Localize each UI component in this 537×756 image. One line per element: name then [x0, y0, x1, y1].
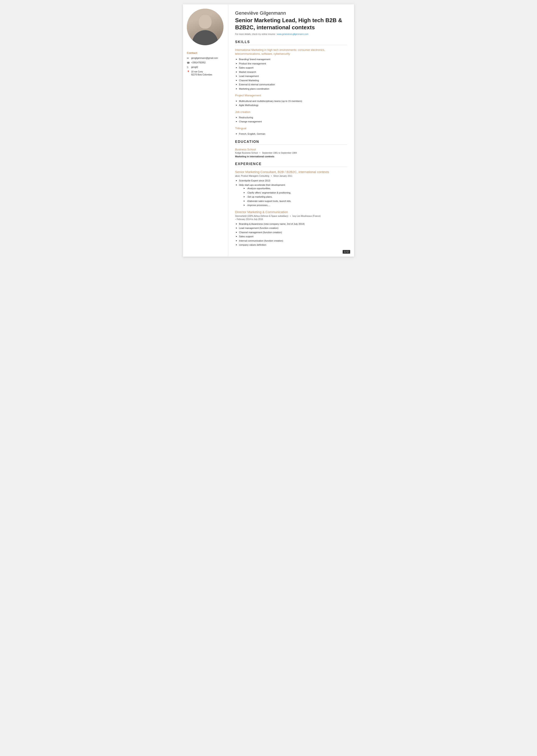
experience-section: EXPERIENCE Senior Marketing Consultant, … — [235, 162, 347, 247]
contact-address: 10 rue Cuny 92270 Bois Colombes — [191, 70, 212, 76]
skills-project-mgmt-list: Multicultural and multidisciplinary team… — [236, 99, 347, 107]
list-item: Multicultural and multidisciplinary team… — [236, 99, 347, 103]
list-item: Branding & Awareness (new company name, … — [236, 222, 347, 226]
list-item: Help start-ups accelerate their developm… — [236, 183, 347, 207]
skills-section: SKILLS International Marketing in high t… — [235, 40, 347, 136]
list-item: Channel management (function creation) — [236, 231, 347, 234]
list-item: French, English, German — [236, 132, 347, 136]
list-item: -Clarify offers' segmentation & position… — [244, 191, 347, 194]
contact-section: Contact ✉ gengilgenmann@gmail.com ☎ +336… — [187, 51, 218, 78]
skills-project-mgmt-heading: Project Management — [235, 94, 347, 98]
list-item: Marketing plans coordination — [236, 87, 347, 91]
skills-trilingual-list: French, English, German — [236, 132, 347, 136]
skype-icon: S — [187, 66, 190, 68]
education-period: September 1981 to September 1984 — [262, 152, 297, 154]
exp-title-1: Senior Marketing Consultant, B2B / B2B2C… — [235, 170, 347, 174]
skills-intl-marketing-list: Branding/ brand management Product line … — [236, 58, 347, 91]
exp-period-2: •February 2014 to July 2016 — [235, 218, 263, 221]
list-item: External & internal communication — [236, 83, 347, 86]
email-icon: ✉ — [187, 57, 190, 60]
exp-title-2: Director Marketing & Communication — [235, 210, 347, 214]
education-section: EDUCATION Business School Kedge Business… — [235, 140, 347, 158]
exp-sub-bullets-1: -Analyze opportunities, -Clarify offers'… — [244, 187, 347, 207]
list-item: Internal communication (function creatio… — [236, 239, 347, 243]
education-meta: Kedge Business School • September 1981 t… — [235, 152, 347, 154]
list-item: -Analyze opportunities, — [244, 187, 347, 190]
skills-intl-marketing-heading: International Marketing in high tech env… — [235, 48, 347, 56]
education-institution: Kedge Business School — [235, 152, 258, 154]
online-resume-text: For more details, check my online resume… — [235, 33, 347, 35]
main-content: Geneviève Gilgenmann Senior Marketing Le… — [228, 4, 354, 257]
list-item: company values definition — [236, 243, 347, 247]
list-item: Product line management — [236, 62, 347, 65]
list-item: -Elaborate sales support tools, launch k… — [244, 199, 347, 203]
contact-email: gengilgenmann@gmail.com — [191, 57, 218, 60]
list-item: -Set up marketing plans, — [244, 195, 347, 199]
education-school: Business School — [235, 148, 347, 151]
list-item: Change management — [236, 120, 347, 123]
contact-email-item: ✉ gengilgenmann@gmail.com — [187, 57, 218, 60]
person-title: Senior Marketing Lead, High tech B2B & B… — [235, 17, 347, 31]
experience-heading: EXPERIENCE — [235, 162, 347, 167]
location-icon: 📍 — [187, 70, 190, 73]
exp-location-2: Issy Les Moulineaux (France) — [292, 215, 321, 217]
list-item: Scientipôle Expert since 2013 — [236, 179, 347, 183]
exp-company-2: Stormshield (100% Airbus Defence & Space… — [235, 215, 288, 217]
skills-trilingual-heading: Trilingual — [235, 127, 347, 130]
avatar — [187, 9, 224, 45]
exp-bullets-1: Scientipôle Expert since 2013 Help start… — [236, 179, 347, 207]
contact-phone-item: ☎ +33614782952 — [187, 61, 218, 64]
list-item: -Improve processes,... — [244, 203, 347, 207]
exp-period-1: Since January 2011 — [273, 175, 292, 177]
resume-page: Contact ✉ gengilgenmann@gmail.com ☎ +336… — [183, 4, 354, 257]
sidebar: Contact ✉ gengilgenmann@gmail.com ☎ +336… — [183, 4, 228, 257]
person-name: Geneviève Gilgenmann — [235, 10, 347, 16]
contact-heading: Contact — [187, 51, 218, 55]
page-number: 1 / 2 — [343, 250, 350, 254]
list-item: Branding/ brand management — [236, 58, 347, 61]
exp-bullets-2: Branding & Awareness (new company name, … — [236, 222, 347, 247]
list-item: Channel Marketing — [236, 79, 347, 82]
skills-job-creation-list: Restructuring Change management — [236, 116, 347, 123]
contact-address-item: 📍 10 rue Cuny 92270 Bois Colombes — [187, 70, 218, 76]
education-heading: EDUCATION — [235, 140, 347, 145]
list-item: Restructuring — [236, 116, 347, 119]
skills-job-creation-heading: Job creation — [235, 110, 347, 114]
list-item: Sales support — [236, 66, 347, 69]
resume-header: Geneviève Gilgenmann Senior Marketing Le… — [235, 10, 347, 35]
list-item: Sales support — [236, 235, 347, 238]
contact-phone: +33614782952 — [191, 61, 206, 64]
list-item: Lead management (function creation) — [236, 226, 347, 230]
avatar-image — [187, 9, 224, 45]
contact-skype-item: S gengil2 — [187, 66, 218, 69]
list-item: Market research — [236, 70, 347, 74]
education-description: Marketing in international contexts — [235, 155, 347, 158]
list-item: Agile Methodology — [236, 104, 347, 107]
exp-meta-2: Stormshield (100% Airbus Defence & Space… — [235, 214, 347, 221]
exp-company-1: akuit, Product Managers Consulting — [235, 175, 269, 177]
list-item: Lead management — [236, 74, 347, 78]
exp-meta-1: akuit, Product Managers Consulting • Sin… — [235, 174, 347, 178]
phone-icon: ☎ — [187, 62, 190, 64]
contact-skype: gengil2 — [191, 66, 198, 69]
online-resume-link[interactable]: www.genevieve-gilgenmann.com — [277, 33, 309, 35]
skills-heading: SKILLS — [235, 40, 347, 45]
